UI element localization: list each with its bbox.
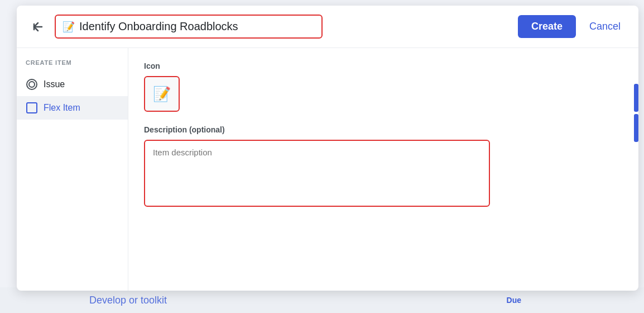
sidebar-section-label: CREATE ITEM: [17, 59, 128, 73]
icon-picker-emoji: 📝: [153, 86, 171, 103]
icon-picker[interactable]: 📝: [144, 76, 180, 112]
back-icon: [31, 20, 45, 34]
sidebar-item-issue-label: Issue: [44, 79, 65, 89]
title-pencil-icon: 📝: [63, 21, 75, 33]
bottom-link[interactable]: Develop or toolkit: [89, 295, 167, 306]
back-button[interactable]: [28, 17, 48, 37]
issue-icon: [26, 78, 38, 91]
bottom-badge: Due: [507, 296, 521, 305]
bottom-bar: Develop or toolkit Due: [0, 287, 644, 313]
description-label: Description (optional): [144, 125, 623, 134]
header-row: 📝 Create Cancel: [17, 6, 638, 48]
flex-item-icon: [26, 102, 38, 114]
cancel-button[interactable]: Cancel: [583, 15, 627, 38]
create-button[interactable]: Create: [518, 15, 576, 38]
content-area: Icon 📝 Description (optional): [128, 48, 638, 291]
overlay-panel: 📝 Create Cancel CREATE ITEM Issue: [17, 6, 638, 291]
sidebar-item-issue[interactable]: Issue: [17, 73, 128, 96]
main-container: Develop or toolkit Due 📝 Create Cancel: [0, 0, 644, 313]
right-btn-1[interactable]: [634, 84, 638, 112]
issue-circle-icon: [26, 79, 37, 90]
icon-section-label: Icon: [144, 61, 623, 70]
box-icon: [26, 102, 37, 113]
sidebar-item-flex[interactable]: Flex Item: [17, 96, 128, 120]
sidebar-item-flex-label: Flex Item: [44, 103, 80, 113]
title-input-wrapper: 📝: [55, 15, 323, 39]
description-textarea[interactable]: [144, 140, 490, 207]
title-input[interactable]: [79, 20, 315, 33]
description-section: Description (optional): [144, 125, 623, 209]
body-area: CREATE ITEM Issue Flex Item: [17, 48, 638, 291]
right-btn-2[interactable]: [634, 114, 638, 142]
icon-section: Icon 📝: [144, 61, 623, 112]
sidebar: CREATE ITEM Issue Flex Item: [17, 48, 128, 291]
right-edge: [634, 84, 638, 257]
